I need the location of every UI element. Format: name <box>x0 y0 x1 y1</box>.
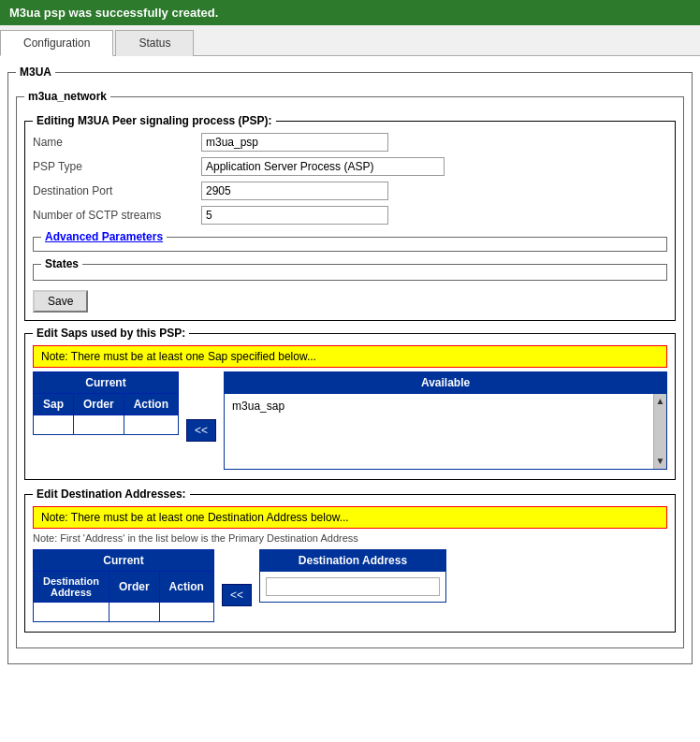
dest-addr-box: Destination Address <box>259 549 446 603</box>
name-row: Name <box>33 133 667 152</box>
m3ua-network-fieldset: m3ua_network Editing M3UA Peer signaling… <box>16 90 684 648</box>
saps-col-sap: Sap <box>34 394 74 415</box>
saps-arrow-button[interactable]: << <box>186 419 216 442</box>
saps-cell <box>124 415 178 435</box>
current-saps-table-wrap: Current Sap Order Action <box>33 371 179 435</box>
saps-col-order: Order <box>74 394 124 415</box>
scroll-up-icon[interactable]: ▲ <box>656 395 665 408</box>
dest-cell <box>159 603 213 622</box>
table-row <box>34 415 179 435</box>
tabs-bar: Configuration Status <box>0 25 700 56</box>
edit-saps-fieldset: Edit Saps used by this PSP: Note: There … <box>24 327 676 480</box>
dest-port-label: Destination Port <box>33 184 201 197</box>
save-button[interactable]: Save <box>33 290 88 313</box>
dest-port-input[interactable] <box>201 182 388 200</box>
psp-type-label: PSP Type <box>33 160 201 173</box>
saps-col-action: Action <box>124 394 178 415</box>
dest-cell <box>34 603 109 622</box>
main-content: M3UA m3ua_network Editing M3UA Peer sign… <box>0 56 700 681</box>
saps-layout: Current Sap Order Action <box>33 371 667 470</box>
advanced-params-link[interactable]: Advanced Parameters <box>45 230 163 243</box>
list-item[interactable]: m3ua_sap <box>228 398 649 415</box>
available-saps-header: Available <box>224 371 667 394</box>
current-dest-header: Current <box>34 550 214 572</box>
m3ua-network-legend: m3ua_network <box>24 90 110 103</box>
dest-addr-input-wrap <box>259 572 446 603</box>
dest-col-addr: DestinationAddress <box>34 572 109 603</box>
dest-cell <box>109 603 159 622</box>
edit-dest-fieldset: Edit Destination Addresses: Note: There … <box>24 487 676 633</box>
states-fieldset: States <box>33 257 667 281</box>
psp-type-row: PSP Type <box>33 157 667 176</box>
dest-col-action: Action <box>159 572 213 603</box>
dest-arrow-button[interactable]: << <box>222 584 252 606</box>
dest-addr-header: Destination Address <box>259 549 446 572</box>
available-saps-box: Available m3ua_sap ▲ ▼ <box>224 371 667 470</box>
sctp-streams-row: Number of SCTP streams <box>33 206 667 225</box>
current-saps-header: Current <box>34 372 179 394</box>
saps-note-yellow: Note: There must be at least one Sap spe… <box>33 345 667 368</box>
dest-addr-input[interactable] <box>266 577 440 596</box>
dest-note-yellow: Note: There must be at least one Destina… <box>33 506 667 529</box>
current-dest-table-wrap: Current DestinationAddress Order Action <box>33 549 214 622</box>
name-label: Name <box>33 136 201 149</box>
name-input[interactable] <box>201 133 388 152</box>
edit-dest-legend: Edit Destination Addresses: <box>33 487 190 501</box>
m3ua-fieldset: M3UA m3ua_network Editing M3UA Peer sign… <box>7 65 693 664</box>
tab-status[interactable]: Status <box>115 30 194 56</box>
table-row <box>34 603 214 622</box>
states-legend: States <box>41 257 82 270</box>
psp-edit-legend: Editing M3UA Peer signaling process (PSP… <box>33 114 276 127</box>
dest-layout: Current DestinationAddress Order Action <box>33 549 667 622</box>
current-saps-table: Current Sap Order Action <box>33 371 179 435</box>
dest-col-order: Order <box>109 572 159 603</box>
dest-note-plain: Note: First 'Address' in the list below … <box>33 532 667 544</box>
success-banner: M3ua psp was successfully created. <box>0 0 700 25</box>
advanced-params-fieldset: Advanced Parameters <box>33 230 667 252</box>
tab-configuration[interactable]: Configuration <box>0 30 113 56</box>
current-dest-table: Current DestinationAddress Order Action <box>33 549 214 622</box>
available-saps-scrollbar[interactable]: ▲ ▼ <box>653 394 666 469</box>
saps-cell <box>74 415 124 435</box>
m3ua-legend: M3UA <box>16 65 55 79</box>
sctp-streams-input[interactable] <box>201 206 388 225</box>
psp-type-input[interactable] <box>201 157 445 176</box>
edit-saps-legend: Edit Saps used by this PSP: <box>33 327 189 340</box>
psp-edit-fieldset: Editing M3UA Peer signaling process (PSP… <box>24 114 676 321</box>
saps-cell <box>34 415 74 435</box>
sctp-streams-label: Number of SCTP streams <box>33 209 201 222</box>
scroll-down-icon[interactable]: ▼ <box>656 455 665 468</box>
dest-port-row: Destination Port <box>33 182 667 200</box>
available-saps-list: m3ua_sap <box>225 394 653 469</box>
